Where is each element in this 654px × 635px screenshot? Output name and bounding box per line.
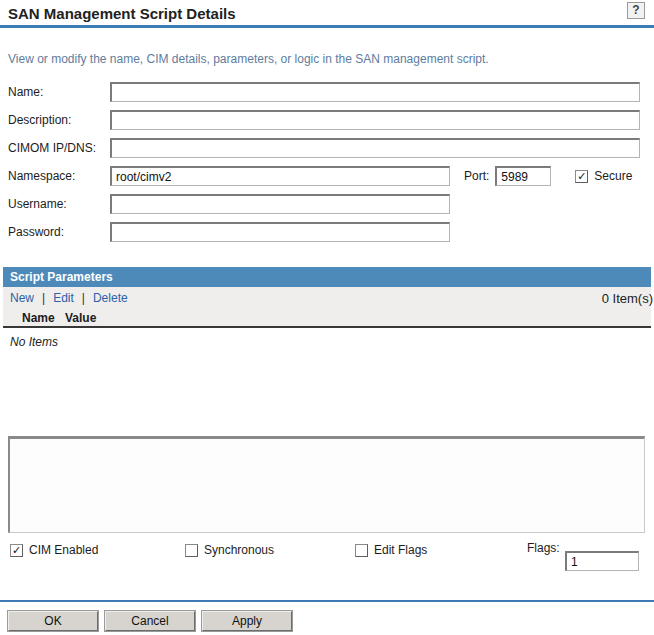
form-row-cimom: CIMOM IP/DNS:	[8, 134, 654, 162]
parameters-column-header: Name Value	[3, 309, 651, 328]
password-label: Password:	[8, 225, 110, 239]
form-row-password: Password:	[8, 218, 654, 246]
password-input[interactable]	[110, 222, 450, 242]
column-value: Value	[65, 311, 96, 325]
footer-divider	[0, 600, 654, 602]
link-separator: |	[42, 291, 45, 305]
checkmark-icon: ✓	[577, 170, 586, 182]
flags-label: Flags:	[527, 541, 560, 555]
page-header: SAN Management Script Details ?	[0, 0, 654, 22]
synchronous-label: Synchronous	[204, 543, 274, 557]
script-details-form: Name: Description: CIMOM IP/DNS: Namespa…	[8, 78, 654, 246]
username-input[interactable]	[110, 194, 450, 214]
secure-checkbox[interactable]: ✓	[575, 170, 588, 183]
checkmark-icon: ✓	[12, 544, 21, 556]
script-parameters-section: Script Parameters New | Edit | Delete 0 …	[3, 267, 651, 349]
apply-button[interactable]: Apply	[202, 611, 292, 631]
name-label: Name:	[8, 85, 110, 99]
edit-flags-option: Edit Flags	[355, 543, 427, 557]
form-row-description: Description:	[8, 106, 654, 134]
flags-input[interactable]	[565, 551, 639, 571]
form-row-name: Name:	[8, 78, 654, 106]
cim-enabled-label: CIM Enabled	[29, 543, 98, 557]
page-description: View or modify the name, CIM details, pa…	[8, 52, 646, 66]
cim-enabled-option: ✓ CIM Enabled	[10, 543, 98, 557]
column-name: Name	[22, 311, 65, 325]
edit-flags-label: Edit Flags	[374, 543, 427, 557]
description-label: Description:	[8, 113, 110, 127]
page-title: SAN Management Script Details	[8, 5, 646, 22]
options-row: ✓ CIM Enabled Synchronous Edit Flags Fla…	[0, 537, 654, 577]
cim-enabled-checkbox[interactable]: ✓	[10, 544, 23, 557]
link-separator: |	[82, 291, 85, 305]
delete-link[interactable]: Delete	[93, 291, 128, 305]
cimom-input[interactable]	[110, 138, 640, 158]
port-label: Port:	[464, 169, 489, 183]
synchronous-option: Synchronous	[185, 543, 274, 557]
username-label: Username:	[8, 197, 110, 211]
edit-link[interactable]: Edit	[53, 291, 74, 305]
form-row-username: Username:	[8, 190, 654, 218]
script-parameters-header: Script Parameters	[3, 267, 651, 287]
name-input[interactable]	[110, 82, 640, 102]
secure-label: Secure	[594, 169, 632, 183]
script-logic-textarea[interactable]	[8, 436, 645, 533]
cimom-label: CIMOM IP/DNS:	[8, 141, 110, 155]
form-row-namespace: Namespace: Port: ✓ Secure	[8, 162, 654, 190]
namespace-label: Namespace:	[8, 169, 110, 183]
new-link[interactable]: New	[10, 291, 34, 305]
description-input[interactable]	[110, 110, 640, 130]
item-count: 0 Item(s)	[602, 291, 653, 306]
ok-button[interactable]: OK	[8, 611, 98, 631]
title-divider	[0, 25, 654, 28]
no-items-text: No Items	[10, 335, 651, 349]
parameters-toolbar: New | Edit | Delete 0 Item(s)	[3, 287, 651, 309]
edit-flags-checkbox[interactable]	[355, 544, 368, 557]
help-button[interactable]: ?	[627, 2, 645, 19]
namespace-input[interactable]	[110, 166, 450, 186]
footer-buttons: OK Cancel Apply	[8, 611, 299, 631]
cancel-button[interactable]: Cancel	[105, 611, 195, 631]
question-mark-icon: ?	[632, 3, 639, 17]
synchronous-checkbox[interactable]	[185, 544, 198, 557]
port-input[interactable]	[495, 166, 551, 186]
